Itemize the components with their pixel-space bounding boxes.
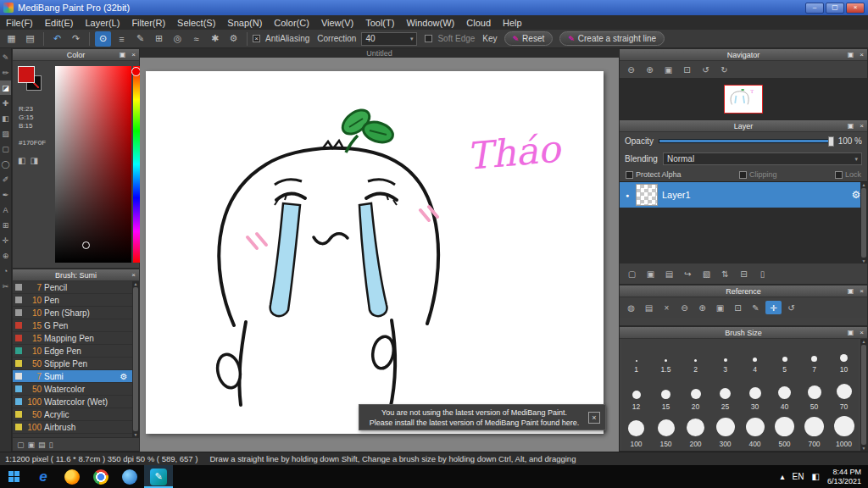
popout-icon[interactable]: ▣ bbox=[845, 122, 856, 130]
navigator-thumbnail[interactable]: T bbox=[724, 85, 763, 114]
tool-divide[interactable]: ⊞ bbox=[0, 218, 11, 232]
hue-slider[interactable] bbox=[133, 66, 140, 263]
soft-edge-checkbox[interactable] bbox=[425, 35, 432, 42]
close-icon[interactable]: × bbox=[856, 287, 867, 295]
eyedropper-pen-icon[interactable]: ✎ bbox=[748, 301, 764, 314]
tool-pencil[interactable]: ✏ bbox=[0, 65, 11, 80]
close-icon[interactable]: × bbox=[856, 122, 867, 130]
brush-size-option[interactable]: 500 bbox=[770, 413, 799, 451]
brush-size-option[interactable]: 700 bbox=[799, 413, 829, 451]
correction-dropdown[interactable]: 40 ▾ bbox=[361, 32, 417, 46]
menu-file[interactable]: File(F) bbox=[0, 18, 39, 28]
brush-item[interactable]: 7Pencil bbox=[13, 281, 132, 294]
merge-layer-icon[interactable]: ⊟ bbox=[736, 267, 752, 280]
lock-checkbox[interactable] bbox=[835, 171, 843, 179]
clipping-checkbox[interactable] bbox=[739, 171, 747, 179]
move-layer-icon[interactable]: ⇅ bbox=[717, 267, 733, 280]
tool-eraser[interactable]: ◪ bbox=[0, 80, 11, 95]
taskbar-clock[interactable]: 8:44 PM 6/13/2021 bbox=[827, 468, 861, 486]
sliders-icon[interactable]: ◨ bbox=[30, 156, 37, 165]
brush-size-option[interactable]: 1.5 bbox=[651, 339, 681, 376]
lock-option[interactable]: Lock bbox=[835, 170, 861, 179]
snap-settings-gear-icon[interactable]: ⚙ bbox=[225, 31, 242, 47]
brush-item[interactable]: 10Edge Pen bbox=[13, 345, 132, 358]
scroll-up-icon[interactable]: ▲ bbox=[134, 281, 138, 286]
brush-size-option[interactable]: 70 bbox=[829, 376, 859, 413]
duplicate-layer-icon[interactable]: ▣ bbox=[643, 267, 659, 280]
brush-size-option[interactable]: 4 bbox=[740, 339, 770, 376]
language-indicator[interactable]: EN bbox=[793, 472, 804, 481]
scroll-up-icon[interactable]: ▲ bbox=[862, 339, 866, 344]
delete-brush-icon[interactable]: ▯ bbox=[49, 441, 53, 449]
redo-icon[interactable]: ↷ bbox=[68, 31, 84, 47]
fit-view-icon[interactable]: ▣ bbox=[712, 301, 728, 314]
close-button[interactable]: × bbox=[846, 3, 865, 14]
menu-window[interactable]: Window(W) bbox=[400, 18, 460, 28]
scrollbar-thumb[interactable] bbox=[861, 345, 866, 445]
taskbar-chrome[interactable] bbox=[86, 465, 115, 488]
brush-item[interactable]: 15Mapping Pen bbox=[13, 332, 132, 345]
brush-size-option[interactable]: 50 bbox=[799, 376, 829, 413]
palette-icon[interactable]: ◧ bbox=[18, 156, 25, 165]
taskbar-firefox[interactable] bbox=[58, 465, 86, 488]
layer-item-selected[interactable]: ● Layer1 ⚙ bbox=[620, 182, 867, 208]
opacity-slider-thumb[interactable] bbox=[828, 136, 834, 147]
rotate-right-icon[interactable]: ↻ bbox=[716, 63, 732, 76]
popout-icon[interactable]: ▣ bbox=[845, 51, 856, 58]
notification-close-icon[interactable]: × bbox=[588, 412, 600, 424]
menu-snap[interactable]: Snap(N) bbox=[221, 18, 268, 28]
pencil-icon[interactable]: ✎ bbox=[132, 31, 148, 47]
brush-item[interactable]: 10Pen (Sharp) bbox=[13, 307, 132, 319]
concentric-snap-icon[interactable]: ◎ bbox=[170, 31, 186, 47]
clear-image-icon[interactable]: × bbox=[659, 301, 675, 314]
brush-size-option[interactable]: 12 bbox=[621, 376, 651, 413]
popout-icon[interactable]: ▣ bbox=[845, 329, 856, 336]
tray-up-icon[interactable]: ▴ bbox=[781, 472, 785, 481]
cells-icon[interactable]: ▤ bbox=[22, 31, 38, 47]
taskbar-app[interactable] bbox=[115, 465, 144, 488]
round-brush-icon[interactable]: ⊙ bbox=[95, 31, 111, 47]
close-icon[interactable]: × bbox=[856, 329, 867, 336]
grid-snap-icon[interactable]: ⊞ bbox=[151, 31, 167, 47]
menu-view[interactable]: View(V) bbox=[315, 18, 359, 28]
tool-zoom[interactable]: ⊕ bbox=[0, 248, 11, 263]
menu-edit[interactable]: Edit(E) bbox=[39, 18, 80, 28]
create-straight-line-button[interactable]: ✎ Create a straight line bbox=[559, 31, 665, 46]
taskbar-edge[interactable]: e bbox=[29, 465, 58, 488]
notification-line2[interactable]: Please install the latest version of Med… bbox=[370, 419, 580, 427]
reset-button[interactable]: ✎ Reset bbox=[504, 31, 554, 46]
menu-color[interactable]: Color(C) bbox=[268, 18, 315, 28]
brush-size-option[interactable]: 2 bbox=[681, 339, 710, 376]
brush-item-selected[interactable]: 7Sumi⚙ bbox=[13, 370, 132, 383]
tool-fill[interactable]: ◧ bbox=[0, 111, 11, 125]
brush-list-scrollbar[interactable]: ▲ ▼ bbox=[132, 281, 139, 437]
duplicate-brush-icon[interactable]: ▣ bbox=[28, 441, 36, 449]
brush-size-scrollbar[interactable]: ▲ ▼ bbox=[860, 339, 867, 451]
layer-folder-icon[interactable]: ▧ bbox=[698, 267, 715, 280]
zoom-in-icon[interactable]: ⊕ bbox=[642, 63, 658, 76]
clipping-option[interactable]: Clipping bbox=[739, 170, 777, 179]
menu-filter[interactable]: Filter(R) bbox=[125, 18, 171, 28]
brush-item[interactable]: 10Pen bbox=[13, 294, 132, 307]
brush-settings-gear-icon[interactable]: ⚙ bbox=[118, 372, 130, 381]
popout-icon[interactable]: ▣ bbox=[845, 287, 856, 295]
tool-hand[interactable]: ✛ bbox=[0, 233, 11, 247]
brush-size-option[interactable]: 400 bbox=[740, 413, 770, 451]
open-image-icon[interactable]: ◍ bbox=[623, 301, 639, 314]
scroll-up-icon[interactable]: ▲ bbox=[862, 182, 866, 187]
brush-size-option[interactable]: 300 bbox=[710, 413, 740, 451]
radial-snap-icon[interactable]: ✱ bbox=[207, 31, 223, 47]
menu-tool[interactable]: Tool(T) bbox=[359, 18, 400, 28]
scrollbar-thumb[interactable] bbox=[861, 188, 866, 258]
menu-help[interactable]: Help bbox=[497, 18, 528, 28]
tool-select-ellipse[interactable]: ◯ bbox=[0, 157, 11, 171]
fit-view-icon[interactable]: ▣ bbox=[660, 63, 676, 76]
actual-size-icon[interactable]: ⊡ bbox=[730, 301, 746, 314]
curve-snap-icon[interactable]: ≈ bbox=[188, 31, 204, 47]
tool-gradient[interactable]: ▨ bbox=[0, 126, 11, 141]
new-layer-icon[interactable]: ▢ bbox=[624, 267, 640, 280]
menu-cloud[interactable]: Cloud bbox=[460, 18, 497, 28]
brush-item[interactable]: 50Watercolor bbox=[13, 383, 132, 396]
minimize-button[interactable]: – bbox=[805, 3, 824, 14]
taskbar-medibang[interactable]: ✎ bbox=[144, 465, 173, 488]
